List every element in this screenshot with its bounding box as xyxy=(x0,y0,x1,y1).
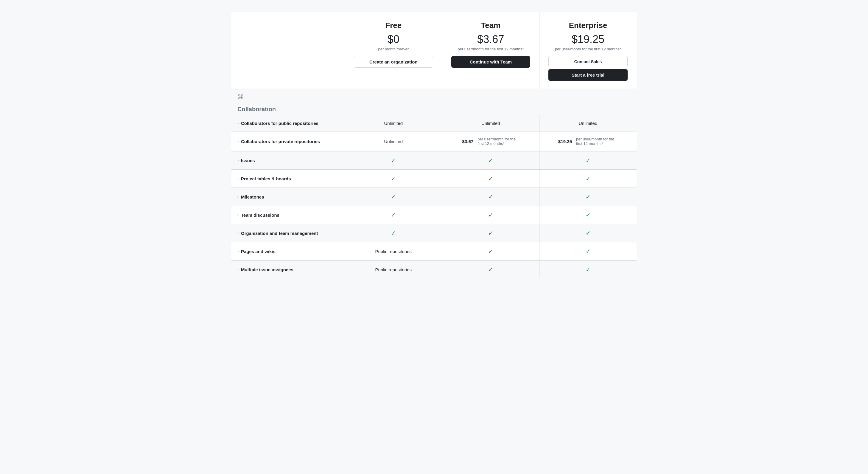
feature-label-multiple-assignees[interactable]: › Multiple issue assignees xyxy=(238,267,339,272)
check-icon: ✓ xyxy=(586,157,591,164)
enterprise-value-pages-wikis: ✓ xyxy=(539,242,637,261)
team-plan-price: $3.67 xyxy=(451,33,530,46)
feature-label-milestones[interactable]: › Milestones xyxy=(238,195,339,200)
check-icon: ✓ xyxy=(586,212,591,218)
team-value-team-discussions: ✓ xyxy=(442,206,539,224)
team-value-multiple-assignees: ✓ xyxy=(442,261,539,279)
feature-label-team-discussions[interactable]: › Team discussions xyxy=(238,212,339,218)
free-value-pages-wikis: Public repositories xyxy=(345,242,442,261)
enterprise-value-issues: ✓ xyxy=(539,151,637,170)
check-icon: ✓ xyxy=(586,248,591,255)
free-value-org-management: ✓ xyxy=(345,224,442,242)
enterprise-plan-name: Enterprise xyxy=(548,21,628,30)
enterprise-value-project-tables: ✓ xyxy=(539,170,637,188)
team-value-collab-private: $3.67 per user/month for the first 12 mo… xyxy=(442,131,539,151)
free-value-issues: ✓ xyxy=(345,151,442,170)
continue-team-button[interactable]: Continue with Team xyxy=(451,56,530,68)
collaboration-icon: ⌘ xyxy=(238,93,244,101)
team-value-milestones: ✓ xyxy=(442,188,539,206)
check-icon: ✓ xyxy=(391,212,396,218)
enterprise-value-team-discussions: ✓ xyxy=(539,206,637,224)
feature-label-collab-public[interactable]: › Collaborators for public repositories xyxy=(238,121,339,126)
contact-sales-button[interactable]: Contact Sales xyxy=(548,56,628,67)
feature-label-org-management[interactable]: › Organization and team management xyxy=(238,231,339,236)
free-value-team-discussions: ✓ xyxy=(345,206,442,224)
collaboration-section-title: Collaboration xyxy=(238,106,276,112)
enterprise-inline-desc: per user/month for the first 12 months* xyxy=(576,137,618,146)
team-value-project-tables: ✓ xyxy=(442,170,539,188)
enterprise-value-milestones: ✓ xyxy=(539,188,637,206)
check-icon: ✓ xyxy=(488,248,493,255)
check-icon: ✓ xyxy=(391,157,396,164)
start-free-trial-button[interactable]: Start a free trial xyxy=(548,69,628,81)
check-icon: ✓ xyxy=(488,266,493,273)
check-icon: ✓ xyxy=(391,230,396,236)
feature-label-issues[interactable]: › Issues xyxy=(238,158,339,163)
table-row: › Collaborators for private repositories… xyxy=(231,131,637,151)
team-plan-price-desc: per user/month for the first 12 months* xyxy=(451,47,530,51)
enterprise-value-multiple-assignees: ✓ xyxy=(539,261,637,279)
table-row: › Organization and team management ✓ ✓ ✓ xyxy=(231,224,637,242)
free-value-collab-public: Unlimited xyxy=(345,115,442,131)
free-value-project-tables: ✓ xyxy=(345,170,442,188)
feature-label-collab-private[interactable]: › Collaborators for private repositories xyxy=(238,139,339,144)
team-value-collab-public: Unlimited xyxy=(442,115,539,131)
free-plan-price-desc: per month forever xyxy=(354,47,433,51)
create-org-button[interactable]: Create an organization xyxy=(354,56,433,68)
table-row: › Project tables & boards ✓ ✓ ✓ xyxy=(231,170,637,188)
enterprise-inline-price: $19.25 xyxy=(558,139,572,144)
chevron-right-icon: › xyxy=(238,121,239,125)
chevron-right-icon: › xyxy=(238,267,239,272)
table-row: › Pages and wikis Public repositories ✓ … xyxy=(231,242,637,261)
table-row: › Milestones ✓ ✓ ✓ xyxy=(231,188,637,206)
table-row: › Issues ✓ ✓ ✓ xyxy=(231,151,637,170)
enterprise-value-collab-public: Unlimited xyxy=(539,115,637,131)
enterprise-value-collab-private: $19.25 per user/month for the first 12 m… xyxy=(539,131,637,151)
enterprise-plan-price: $19.25 xyxy=(548,33,628,46)
chevron-right-icon: › xyxy=(238,213,239,217)
free-plan-price: $0 xyxy=(354,33,433,46)
check-icon: ✓ xyxy=(488,175,493,182)
enterprise-value-org-management: ✓ xyxy=(539,224,637,242)
free-value-collab-private: Unlimited xyxy=(345,131,442,151)
check-icon: ✓ xyxy=(586,194,591,200)
chevron-right-icon: › xyxy=(238,139,239,143)
chevron-right-icon: › xyxy=(238,231,239,235)
team-plan-name: Team xyxy=(451,21,530,30)
check-icon: ✓ xyxy=(586,175,591,182)
free-value-milestones: ✓ xyxy=(345,188,442,206)
check-icon: ✓ xyxy=(488,212,493,218)
team-value-org-management: ✓ xyxy=(442,224,539,242)
free-value-multiple-assignees: Public repositories xyxy=(345,261,442,279)
table-row: › Multiple issue assignees Public reposi… xyxy=(231,261,637,279)
team-value-issues: ✓ xyxy=(442,151,539,170)
chevron-right-icon: › xyxy=(238,249,239,254)
table-row: › Team discussions ✓ ✓ ✓ xyxy=(231,206,637,224)
team-inline-price: $3.67 xyxy=(462,139,474,144)
chevron-right-icon: › xyxy=(238,176,239,181)
chevron-right-icon: › xyxy=(238,158,239,162)
enterprise-plan-price-desc: per user/month for the first 12 months* xyxy=(548,47,628,51)
team-inline-desc: per user/month for the first 12 months* xyxy=(477,137,519,146)
table-row: › Collaborators for public repositories … xyxy=(231,115,637,131)
team-value-pages-wikis: ✓ xyxy=(442,242,539,261)
check-icon: ✓ xyxy=(586,230,591,236)
check-icon: ✓ xyxy=(488,194,493,200)
check-icon: ✓ xyxy=(488,230,493,236)
chevron-right-icon: › xyxy=(238,195,239,199)
free-plan-name: Free xyxy=(354,21,433,30)
feature-label-pages-wikis[interactable]: › Pages and wikis xyxy=(238,249,339,254)
check-icon: ✓ xyxy=(586,266,591,273)
check-icon: ✓ xyxy=(391,175,396,182)
check-icon: ✓ xyxy=(488,157,493,164)
feature-label-project-tables[interactable]: › Project tables & boards xyxy=(238,176,339,181)
check-icon: ✓ xyxy=(391,194,396,200)
